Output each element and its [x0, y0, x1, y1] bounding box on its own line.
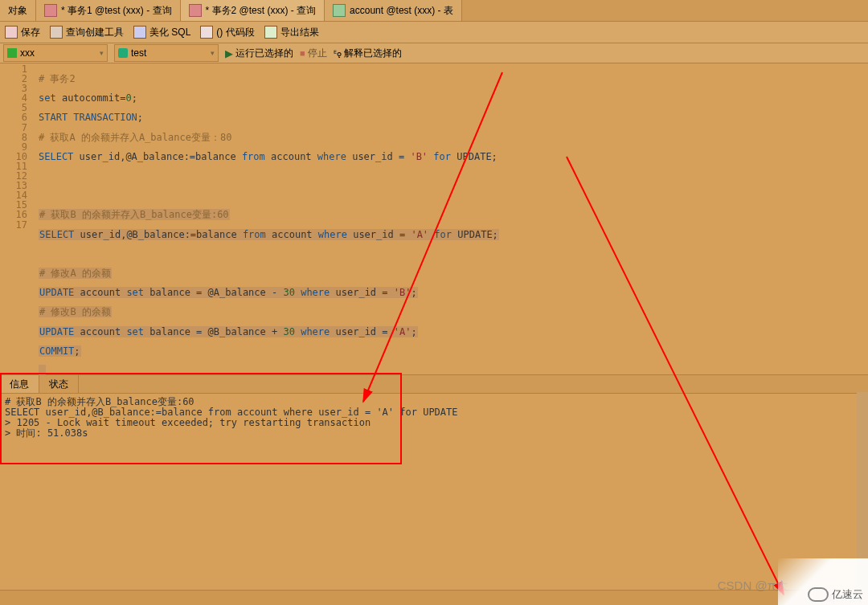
tab-table-account[interactable]: account @test (xxx) - 表	[325, 0, 462, 21]
run-bar: xxx▾ test▾ ▶运行已选择的 ■停止 ᴱǫ解释已选择的	[0, 43, 868, 63]
database-selector[interactable]: test▾	[114, 44, 219, 62]
tab-label: account @test (xxx) - 表	[350, 4, 453, 18]
button-label: 查询创建工具	[66, 26, 124, 39]
brand-overlay: 亿速云	[778, 558, 868, 605]
save-icon	[5, 26, 18, 39]
brand-text: 亿速云	[832, 587, 863, 602]
stop-button[interactable]: ■停止	[300, 47, 327, 60]
chevron-down-icon: ▾	[211, 49, 215, 57]
chevron-down-icon: ▾	[100, 49, 104, 57]
snippet-icon	[200, 26, 213, 39]
play-icon: ▶	[225, 47, 233, 59]
tab-label: 对象	[8, 4, 27, 18]
code-area[interactable]: # 事务2 set autocommit=0; START TRANSACTIO…	[34, 63, 868, 374]
document-tabs: 对象 * 事务1 @test (xxx) - 查询 * 事务2 @test (x…	[0, 0, 868, 22]
cloud-icon	[808, 587, 829, 602]
builder-icon	[50, 26, 63, 39]
tab-objects[interactable]: 对象	[0, 0, 36, 21]
button-label: 美化 SQL	[149, 26, 190, 39]
connection-selector[interactable]: xxx▾	[3, 44, 108, 62]
query-builder-button[interactable]: 查询创建工具	[50, 26, 124, 39]
export-results-button[interactable]: 导出结果	[264, 26, 319, 39]
run-selected-button[interactable]: ▶运行已选择的	[225, 47, 293, 60]
explain-selected-button[interactable]: ᴱǫ解释已选择的	[334, 47, 402, 60]
table-icon	[333, 4, 346, 17]
tab-query-2[interactable]: * 事务2 @test (xxx) - 查询	[181, 0, 326, 21]
button-label: 停止	[308, 47, 327, 60]
connection-icon	[7, 48, 17, 58]
button-label: () 代码段	[216, 26, 254, 39]
button-label: 运行已选择的	[235, 47, 293, 60]
tab-label: * 事务2 @test (xxx) - 查询	[206, 4, 317, 18]
tab-label: 状态	[49, 378, 68, 390]
explain-icon: ᴱǫ	[334, 49, 342, 58]
output-panel[interactable]: # 获取B 的余额并存入B_balance变量:60 SELECT user_i…	[0, 394, 868, 605]
combo-value: xxx	[20, 47, 35, 59]
combo-value: test	[131, 47, 146, 59]
database-icon	[118, 48, 128, 58]
tab-label: 信息	[10, 378, 29, 390]
query-icon	[189, 4, 202, 17]
sql-editor[interactable]: 1234567891011121314151617 # 事务2 set auto…	[0, 63, 868, 374]
button-label: 导出结果	[280, 26, 319, 39]
line-gutter: 1234567891011121314151617	[0, 63, 34, 374]
watermark: CSDN @π大	[718, 578, 788, 594]
toolbar: 保存 查询创建工具 美化 SQL () 代码段 导出结果	[0, 22, 868, 43]
tab-info[interactable]: 信息	[0, 375, 39, 393]
save-button[interactable]: 保存	[5, 26, 40, 39]
tab-status[interactable]: 状态	[39, 375, 79, 393]
button-label: 解释已选择的	[344, 47, 402, 60]
export-icon	[264, 26, 277, 39]
query-icon	[44, 4, 57, 17]
beautify-sql-button[interactable]: 美化 SQL	[133, 26, 190, 39]
code-snippet-button[interactable]: () 代码段	[200, 26, 254, 39]
tab-label: * 事务1 @test (xxx) - 查询	[61, 4, 172, 18]
stop-icon: ■	[300, 48, 305, 58]
button-label: 保存	[21, 26, 40, 39]
tab-query-1[interactable]: * 事务1 @test (xxx) - 查询	[36, 0, 181, 21]
beautify-icon	[133, 26, 146, 39]
